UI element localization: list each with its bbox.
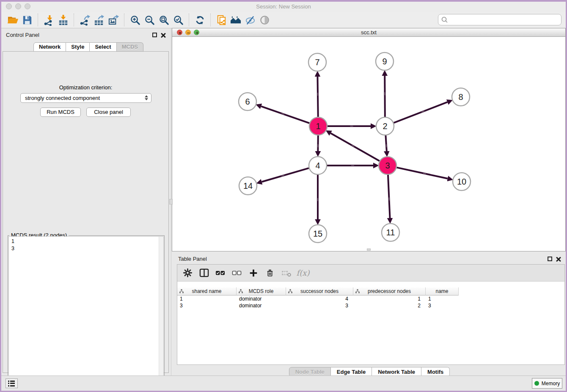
unchecked-boxes-icon xyxy=(232,268,242,278)
control-panel: Control Panel Network Style Select MCDS … xyxy=(1,28,171,376)
eye-slash-icon xyxy=(245,14,256,26)
network-export-icon xyxy=(79,14,91,26)
column-panel-button[interactable] xyxy=(199,268,209,278)
network-canvas[interactable]: 1234678910111415 xyxy=(172,37,565,251)
node-label: 7 xyxy=(315,58,319,67)
table-header-row: shared name MCDS role successor nodes pr… xyxy=(177,287,459,295)
deselect-all-button[interactable] xyxy=(232,268,242,278)
edge-3-10[interactable] xyxy=(396,168,447,179)
network-window-titlebar[interactable]: scc.txt xyxy=(172,28,565,37)
import-table-button[interactable] xyxy=(56,13,70,27)
mcds-result-text[interactable]: 1 3 xyxy=(8,236,164,392)
toolbar-separator xyxy=(189,14,189,26)
column-header-name[interactable]: name xyxy=(426,287,459,295)
main-toolbar xyxy=(1,12,566,28)
zoom-fit-button[interactable] xyxy=(157,13,171,27)
export-table-button[interactable] xyxy=(92,13,106,27)
table-delete-icon xyxy=(281,268,292,278)
floppy-disk-icon xyxy=(22,14,33,26)
task-history-button[interactable] xyxy=(6,378,18,388)
edge-2-8[interactable] xyxy=(394,102,448,123)
divider-grip[interactable] xyxy=(169,199,173,204)
select-all-button[interactable] xyxy=(215,268,226,278)
node-label: 2 xyxy=(383,121,387,131)
edge-4-14[interactable] xyxy=(262,168,309,182)
plus-icon xyxy=(249,268,258,278)
mcds-result-groupbox: MCDS result (2 nodes) 1 3 xyxy=(8,235,165,392)
apply-layout-button[interactable] xyxy=(193,13,207,27)
zoom-in-icon xyxy=(129,14,141,26)
delete-column-button[interactable] xyxy=(265,268,275,278)
control-panel-tabs: Network Style Select MCDS xyxy=(33,42,143,52)
open-session-button[interactable] xyxy=(6,13,20,27)
new-network-from-selection-button[interactable] xyxy=(214,13,228,27)
node-label: 8 xyxy=(458,92,463,102)
zoom-out-icon xyxy=(144,14,155,26)
edge-2-3[interactable] xyxy=(385,135,386,151)
columns-icon xyxy=(199,268,209,278)
application-window: Session: New Session xyxy=(0,0,567,392)
table-row[interactable]: 3 dominator 3 2 3 xyxy=(177,302,459,309)
folder-open-icon xyxy=(7,14,19,26)
run-mcds-button[interactable]: Run MCDS xyxy=(40,108,81,117)
edge-1-6[interactable] xyxy=(261,106,309,123)
documents-network-icon xyxy=(216,14,227,26)
control-panel-title: Control Panel xyxy=(6,32,39,38)
optimization-criterion-label: Optimization criterion: xyxy=(3,84,168,91)
table-row[interactable]: 1 dominator 4 1 1 xyxy=(177,295,459,302)
toolbar-separator xyxy=(210,14,211,26)
tab-mcds[interactable]: MCDS xyxy=(117,42,143,52)
zoom-selected-button[interactable] xyxy=(171,13,185,27)
tab-select[interactable]: Select xyxy=(90,42,116,52)
node-label: 11 xyxy=(386,228,395,237)
table-settings-button[interactable] xyxy=(182,268,193,278)
network-view-window: scc.txt 1234678910111415 xyxy=(172,28,566,251)
node-label: 10 xyxy=(457,177,466,186)
export-image-button[interactable] xyxy=(106,13,121,27)
table-panel-title: Table Panel xyxy=(178,256,207,262)
float-panel-icon[interactable] xyxy=(152,33,157,37)
delete-table-button-disabled xyxy=(281,268,292,278)
column-type-icon xyxy=(179,289,184,293)
show-all-button[interactable] xyxy=(257,13,272,27)
node-label: 6 xyxy=(245,97,250,106)
table-close-panel-icon[interactable] xyxy=(556,257,561,262)
edge-3-1[interactable] xyxy=(331,133,380,161)
zoom-in-button[interactable] xyxy=(128,13,142,27)
result-scrollbar[interactable] xyxy=(159,237,163,392)
memory-status-icon xyxy=(534,381,539,386)
export-network-button[interactable] xyxy=(77,13,92,27)
edge-3-11[interactable] xyxy=(388,175,390,218)
node-label: 9 xyxy=(382,57,387,66)
checked-boxes-icon xyxy=(215,268,226,278)
criterion-dropdown[interactable]: strongly connected component xyxy=(20,93,151,103)
dropdown-stepper-icon xyxy=(145,95,148,100)
gear-icon xyxy=(183,268,193,278)
hide-selected-button[interactable] xyxy=(243,13,257,27)
save-session-button[interactable] xyxy=(20,13,34,27)
close-panel-icon[interactable] xyxy=(161,33,166,38)
table-float-panel-icon[interactable] xyxy=(548,257,552,261)
column-header-shared-name[interactable]: shared name xyxy=(177,287,237,295)
close-panel-button[interactable]: Close panel xyxy=(86,108,131,117)
column-header-predecessor-nodes[interactable]: predecessor nodes xyxy=(353,287,426,295)
tab-style[interactable]: Style xyxy=(66,42,90,52)
first-neighbors-button[interactable] xyxy=(228,13,243,27)
search-field[interactable] xyxy=(438,14,561,25)
edge-2-9[interactable] xyxy=(385,76,385,117)
tab-network[interactable]: Network xyxy=(33,42,66,52)
add-column-button[interactable] xyxy=(248,268,259,278)
table-toolbar: f(x) xyxy=(177,265,564,282)
column-type-icon xyxy=(239,289,243,293)
memory-button[interactable]: Memory xyxy=(532,378,562,389)
column-header-mcds-role[interactable]: MCDS role xyxy=(237,287,286,295)
column-header-successor-nodes[interactable]: successor nodes xyxy=(286,287,353,295)
edge-1-7[interactable] xyxy=(317,77,318,117)
frame-resize-grip[interactable] xyxy=(367,248,371,251)
zoom-fit-icon xyxy=(158,14,170,26)
toolbar-separator xyxy=(38,14,38,26)
search-input[interactable] xyxy=(448,16,561,24)
network-window-title: scc.txt xyxy=(172,29,565,36)
zoom-out-button[interactable] xyxy=(142,13,157,27)
import-network-button[interactable] xyxy=(41,13,56,27)
